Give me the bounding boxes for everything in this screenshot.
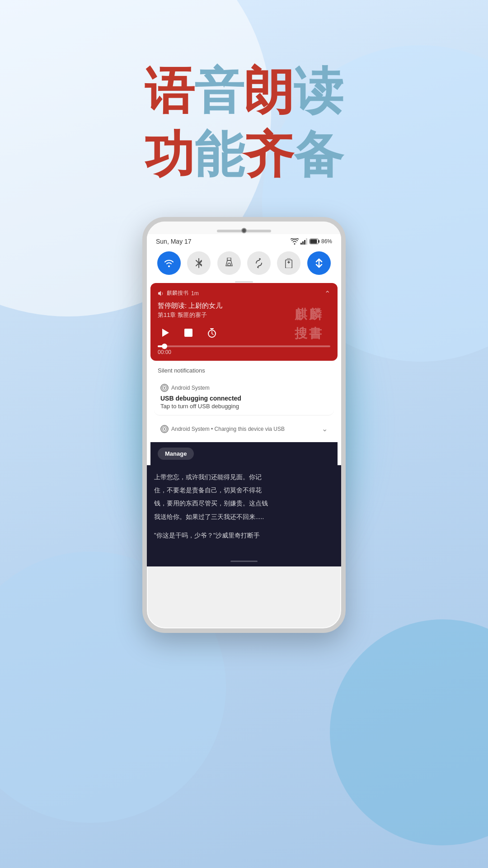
hero-char-4: 读 <box>294 63 343 118</box>
media-app-logo: 麒 麟 搜 書 <box>288 297 328 352</box>
book-text-line-5: "你这是干吗，少爷？"沙威里奇打断手 <box>154 530 334 541</box>
media-progress-dot <box>162 344 167 349</box>
status-bar: Sun, May 17 <box>147 234 341 247</box>
android-system-icon <box>160 384 169 392</box>
phone-wrapper: Sun, May 17 <box>142 217 346 633</box>
svg-rect-11 <box>184 329 192 337</box>
wifi-status-icon <box>291 238 299 245</box>
manage-button[interactable]: Manage <box>158 448 194 460</box>
svg-rect-1 <box>302 241 304 245</box>
qs-rotate-button[interactable] <box>247 251 271 275</box>
phone-screen: Sun, May 17 <box>147 234 341 566</box>
phone-bottom-indicator <box>147 556 341 566</box>
hero-line2: 功能齐备 <box>0 127 488 182</box>
svg-point-8 <box>228 263 230 266</box>
battery-percentage: 86% <box>321 238 332 245</box>
quick-settings-row <box>147 247 341 279</box>
silent-notifications-header: Silent notifications <box>150 363 338 377</box>
media-progress-bar[interactable] <box>158 345 330 347</box>
media-notif-header: 麒麟搜书 1m <box>158 289 330 297</box>
usb-notif-body: Tap to turn off USB debugging <box>160 403 328 410</box>
charging-notif-text: Android System • Charging this device vi… <box>171 426 319 432</box>
svg-rect-6 <box>310 240 317 244</box>
charging-notif-chevron[interactable]: ⌄ <box>322 425 328 433</box>
signal-status-icon <box>300 238 308 245</box>
qs-data-button[interactable] <box>307 251 331 275</box>
svg-rect-0 <box>300 243 302 245</box>
book-text-line-1: 上带您忘，或许我们还能得见面。你记 <box>154 472 334 483</box>
qs-bluetooth-button[interactable] <box>187 251 211 275</box>
usb-notif-title: USB debugging connected <box>160 395 328 402</box>
charging-notification[interactable]: Android System • Charging this device vi… <box>154 419 334 439</box>
svg-rect-5 <box>319 240 319 243</box>
qs-wifi-button[interactable] <box>157 251 181 275</box>
media-play-button[interactable] <box>158 326 172 340</box>
usb-notif-header: Android System <box>160 384 328 392</box>
svg-rect-2 <box>304 240 305 245</box>
hero-char-6: 能 <box>194 127 244 182</box>
book-text-area: 上带您忘，或许我们还能得见面。你记 住，不要老是责备自己，切莫舍不得花 钱，要用… <box>147 465 341 556</box>
book-text-line-2: 住，不要老是责备自己，切莫舍不得花 <box>154 485 334 496</box>
phone-camera <box>241 228 247 233</box>
svg-rect-10 <box>287 258 291 260</box>
hero-char-5: 功 <box>145 127 194 182</box>
book-text-line-3: 钱，要用的东西尽管买，别嫌贵。这点钱 <box>154 498 334 509</box>
svg-rect-7 <box>227 258 231 260</box>
hero-char-3: 朗 <box>244 63 294 118</box>
bg-blob-4 <box>330 619 488 845</box>
status-date: Sun, May 17 <box>156 238 192 245</box>
media-timer-button[interactable] <box>205 326 219 340</box>
hero-line1: 语音朗读 <box>0 63 488 118</box>
qs-battery-saver-button[interactable] <box>277 251 300 275</box>
svg-rect-3 <box>306 238 307 245</box>
media-notification[interactable]: 麒麟搜书 1m ⌃ 麒 麟 搜 書 暂停朗读: 上尉的女儿 第11章 叛 <box>150 283 338 361</box>
status-icons: 86% <box>291 238 332 245</box>
hero-char-7: 齐 <box>244 127 294 182</box>
hero-section: 语音朗读 功能齐备 <box>0 63 488 182</box>
hero-char-1: 语 <box>145 63 194 118</box>
phone-device: Sun, May 17 <box>142 217 346 633</box>
charging-notif-header: Android System • Charging this device vi… <box>160 425 328 433</box>
speaker-icon <box>158 290 164 297</box>
media-stop-button[interactable] <box>181 326 196 340</box>
qs-flashlight-button[interactable] <box>217 251 241 275</box>
usb-notif-app: Android System <box>171 385 210 391</box>
media-notif-app-name: 麒麟搜书 <box>167 289 188 297</box>
bottom-pill <box>230 561 258 562</box>
usb-debugging-notification[interactable]: Android System USB debugging connected T… <box>154 378 334 415</box>
hero-char-8: 备 <box>294 127 343 182</box>
android-system-icon-2 <box>160 425 169 433</box>
drag-handle <box>235 281 253 283</box>
media-notif-time: 1m <box>191 290 199 297</box>
hero-char-2: 音 <box>194 63 244 118</box>
battery-status-icon <box>310 239 319 244</box>
book-text-line-4: 我送给你。如果过了三天我还不回来..... <box>154 511 334 523</box>
manage-area: Manage <box>150 442 338 465</box>
